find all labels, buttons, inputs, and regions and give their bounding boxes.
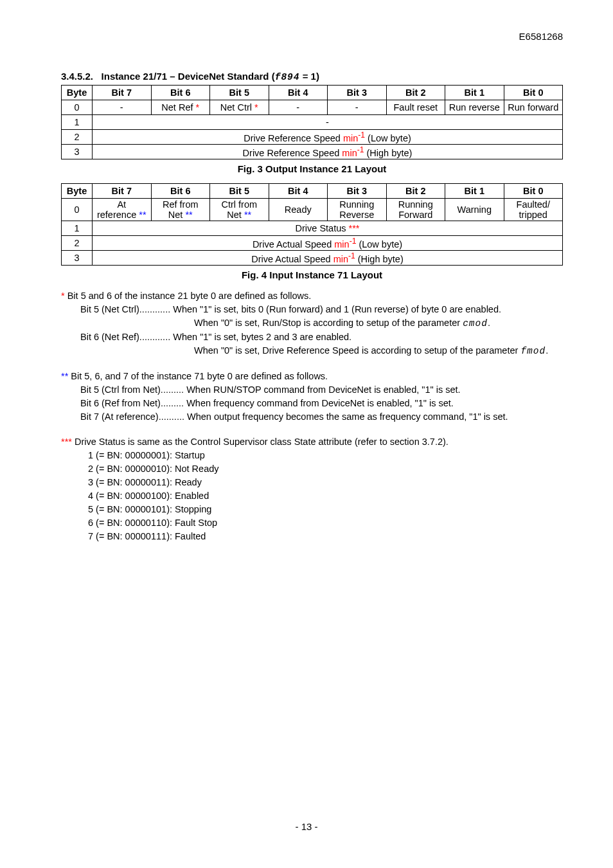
td: -	[93, 100, 152, 115]
star: **	[61, 371, 68, 381]
span: **	[185, 210, 192, 220]
table-row: 0 Atreference ** Ref fromNet ** Ctrl fro…	[62, 199, 563, 221]
span: Drive Reference Speed	[244, 133, 343, 143]
span: Drive Status	[296, 223, 349, 233]
sup: -1	[350, 237, 357, 246]
unit: min-1	[334, 239, 356, 249]
table-row: 2 Drive Reference Speed min-1 (Low byte)	[62, 130, 563, 145]
td: 0	[62, 100, 93, 115]
table-row: Byte Bit 7 Bit 6 Bit 5 Bit 4 Bit 3 Bit 2…	[62, 184, 563, 199]
section-num: 3.4.5.2.	[61, 71, 93, 82]
td: Drive Actual Speed min-1 (Low byte)	[93, 236, 563, 251]
span: reference	[97, 210, 139, 220]
td: RunningForward	[386, 199, 445, 221]
span: min	[334, 239, 349, 249]
td: Net Ref *	[151, 100, 210, 115]
td: Warning	[445, 199, 504, 221]
list-item: 4 (= BN: 00000100): Enabled	[88, 489, 563, 503]
span: Net	[168, 210, 186, 220]
section-glyph: f894	[275, 72, 300, 82]
td: Drive Actual Speed min-1 (High byte)	[93, 251, 563, 266]
table-row: 1 Drive Status ***	[62, 221, 563, 236]
section-title-3452: 3.4.5.2. Instance 21/71 – DeviceNet Stan…	[61, 71, 563, 82]
list-item: 2 (= BN: 00000010): Not Ready	[88, 462, 563, 476]
td-star: *	[193, 102, 200, 113]
span: tripped	[519, 210, 547, 220]
span: Forward	[398, 210, 432, 220]
unit: min-1	[343, 133, 365, 143]
span: **	[244, 210, 251, 220]
th-byte: Byte	[62, 184, 93, 199]
text: When "1" is set, bytes 2 and 3 are enabl…	[170, 332, 351, 342]
th-bit5: Bit 5	[210, 86, 269, 100]
span: Ctrl from	[221, 199, 257, 210]
text: Drive Status is same as the Control Supe…	[72, 437, 449, 447]
text: Bit 6 (Net Ref)............	[80, 332, 170, 342]
td: 3	[62, 251, 93, 266]
star: ***	[61, 437, 72, 447]
td: 0	[62, 199, 93, 221]
text: When "1" is set, bits 0 (Run forward) an…	[170, 304, 501, 314]
td: Faulted/tripped	[504, 199, 563, 221]
list-item: 3 (= BN: 00000011): Ready	[88, 476, 563, 489]
header-id: E6581268	[519, 31, 563, 42]
table-row: 2 Drive Actual Speed min-1 (Low byte)	[62, 236, 563, 251]
span: min	[333, 254, 348, 264]
sup: -1	[358, 131, 365, 140]
th-bit3: Bit 3	[328, 86, 387, 100]
table-row: Byte Bit 7 Bit 6 Bit 5 Bit 4 Bit 3 Bit 2…	[62, 86, 563, 100]
list-item: 7 (= BN: 00000111): Faulted	[88, 530, 563, 543]
span: (High byte)	[355, 254, 404, 264]
table-row: 3 Drive Reference Speed min-1 (High byte…	[62, 145, 563, 159]
th-bit2: Bit 2	[386, 86, 445, 100]
td: Atreference **	[93, 199, 152, 221]
td-text: Net Ref	[161, 102, 193, 113]
page-number: - 13 -	[0, 821, 613, 832]
td: Ref fromNet **	[151, 199, 210, 221]
td: Ctrl fromNet **	[210, 199, 269, 221]
glyph: cmod	[463, 318, 488, 329]
td-star: *	[252, 102, 258, 113]
td: 3	[62, 145, 93, 159]
text: .	[546, 345, 548, 356]
th-bit4: Bit 4	[269, 184, 328, 199]
text: Bit 5, 6, and 7 of the instance 71 byte …	[68, 371, 328, 381]
td: Ready	[269, 199, 328, 221]
glyph: fmod	[520, 346, 546, 356]
td: Net Ctrl *	[210, 100, 269, 115]
span: Ref from	[163, 199, 199, 210]
td: 2	[62, 236, 93, 251]
span: Running	[398, 199, 433, 210]
span: Net	[227, 210, 244, 220]
text: Bit 6 (Ref from Net)......... When frequ…	[61, 397, 563, 410]
span: (Low byte)	[365, 133, 411, 143]
status-list: 1 (= BN: 00000001): Startup 2 (= BN: 000…	[88, 449, 563, 543]
th-byte: Byte	[62, 86, 93, 100]
list-item: 5 (= BN: 00000101): Stopping	[88, 503, 563, 516]
th-bit6: Bit 6	[151, 86, 210, 100]
th-bit5: Bit 5	[210, 184, 269, 199]
list-item: 6 (= BN: 00000110): Fault Stop	[88, 516, 563, 530]
th-bit1: Bit 1	[445, 184, 504, 199]
notes-block-1: * Bit 5 and 6 of the instance 21 byte 0 …	[61, 289, 563, 358]
span: Faulted/	[517, 199, 550, 210]
td: Run forward	[504, 100, 563, 115]
table-output-instance-21: Byte Bit 7 Bit 6 Bit 5 Bit 4 Bit 3 Bit 2…	[61, 85, 563, 159]
td: 2	[62, 130, 93, 145]
span: (High byte)	[364, 148, 412, 158]
span: Drive Actual Speed	[253, 239, 334, 249]
section-suffix: = 1)	[300, 71, 319, 82]
span: Drive Reference Speed	[243, 148, 342, 158]
table-input-instance-71: Byte Bit 7 Bit 6 Bit 5 Bit 4 Bit 3 Bit 2…	[61, 183, 563, 266]
td: 1	[62, 115, 93, 130]
span: min	[342, 148, 357, 158]
span: (Low byte)	[356, 239, 402, 249]
unit: min-1	[333, 254, 355, 264]
text: Bit 5 (Net Ctrl)............	[80, 304, 170, 314]
td: Run reverse	[445, 100, 504, 115]
list-item: 1 (= BN: 00000001): Startup	[88, 449, 563, 462]
fig3-caption: Fig. 3 Output Instance 21 Layout	[61, 163, 563, 174]
text: Bit 5 and 6 of the instance 21 byte 0 ar…	[65, 291, 312, 301]
th-bit6: Bit 6	[151, 184, 210, 199]
td: -	[328, 100, 387, 115]
